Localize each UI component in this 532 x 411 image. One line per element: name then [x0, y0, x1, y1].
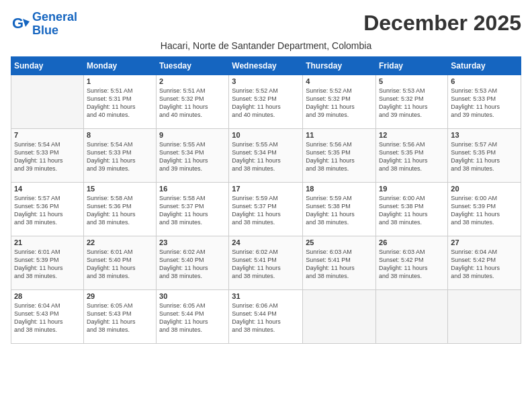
day-number: 15 — [87, 185, 153, 193]
logo-icon: G — [11, 15, 30, 34]
day-number: 9 — [159, 131, 226, 139]
calendar-week-5: 28Sunrise: 6:04 AM Sunset: 5:43 PM Dayli… — [11, 289, 521, 343]
day-number: 20 — [451, 185, 518, 193]
day-info: Sunrise: 5:56 AM Sunset: 5:35 PM Dayligh… — [306, 140, 373, 173]
day-info: Sunrise: 5:59 AM Sunset: 5:37 PM Dayligh… — [232, 194, 300, 227]
calendar-cell: 2Sunrise: 5:51 AM Sunset: 5:32 PM Daylig… — [157, 75, 229, 128]
calendar-week-4: 21Sunrise: 6:01 AM Sunset: 5:39 PM Dayli… — [11, 236, 521, 289]
calendar-cell: 5Sunrise: 5:53 AM Sunset: 5:32 PM Daylig… — [376, 75, 448, 128]
day-number: 2 — [159, 77, 226, 85]
calendar-cell — [448, 289, 521, 343]
calendar-week-3: 14Sunrise: 5:57 AM Sunset: 5:36 PM Dayli… — [11, 182, 521, 236]
day-number: 8 — [87, 131, 153, 139]
day-number: 22 — [87, 238, 153, 246]
day-info: Sunrise: 6:00 AM Sunset: 5:39 PM Dayligh… — [451, 194, 518, 227]
calendar-table: SundayMondayTuesdayWednesdayThursdayFrid… — [11, 56, 521, 344]
day-number: 12 — [379, 131, 445, 139]
day-info: Sunrise: 5:52 AM Sunset: 5:32 PM Dayligh… — [232, 87, 300, 120]
calendar-cell: 23Sunrise: 6:02 AM Sunset: 5:40 PM Dayli… — [157, 236, 229, 289]
calendar-cell: 18Sunrise: 5:59 AM Sunset: 5:38 PM Dayli… — [303, 182, 376, 236]
day-number: 30 — [159, 292, 226, 300]
svg-marker-1 — [23, 19, 30, 27]
day-info: Sunrise: 5:53 AM Sunset: 5:32 PM Dayligh… — [379, 87, 445, 120]
day-info: Sunrise: 5:57 AM Sunset: 5:35 PM Dayligh… — [451, 140, 518, 173]
day-number: 3 — [232, 77, 300, 85]
day-info: Sunrise: 5:53 AM Sunset: 5:33 PM Dayligh… — [451, 87, 518, 120]
day-number: 25 — [306, 238, 373, 246]
calendar-cell: 8Sunrise: 5:54 AM Sunset: 5:33 PM Daylig… — [83, 128, 156, 182]
day-number: 7 — [14, 131, 81, 139]
calendar-cell: 24Sunrise: 6:02 AM Sunset: 5:41 PM Dayli… — [229, 236, 303, 289]
logo-general: General — [32, 10, 77, 24]
calendar-cell — [11, 75, 84, 128]
day-number: 28 — [14, 292, 81, 300]
day-info: Sunrise: 6:03 AM Sunset: 5:41 PM Dayligh… — [306, 248, 373, 281]
day-info: Sunrise: 6:03 AM Sunset: 5:42 PM Dayligh… — [379, 248, 445, 281]
calendar-cell: 13Sunrise: 5:57 AM Sunset: 5:35 PM Dayli… — [448, 128, 521, 182]
calendar-cell — [303, 289, 376, 343]
calendar-cell: 19Sunrise: 6:00 AM Sunset: 5:38 PM Dayli… — [376, 182, 448, 236]
day-info: Sunrise: 5:56 AM Sunset: 5:35 PM Dayligh… — [379, 140, 445, 173]
day-number: 27 — [451, 238, 518, 246]
calendar-week-2: 7Sunrise: 5:54 AM Sunset: 5:33 PM Daylig… — [11, 128, 521, 182]
day-number: 23 — [159, 238, 226, 246]
calendar-cell: 9Sunrise: 5:55 AM Sunset: 5:34 PM Daylig… — [157, 128, 229, 182]
page-header: G General Blue December 2025 — [11, 11, 521, 38]
calendar-cell: 31Sunrise: 6:06 AM Sunset: 5:44 PM Dayli… — [229, 289, 303, 343]
month-title: December 2025 — [363, 11, 521, 36]
calendar-cell: 16Sunrise: 5:58 AM Sunset: 5:37 PM Dayli… — [157, 182, 229, 236]
day-number: 16 — [159, 185, 226, 193]
calendar-cell: 7Sunrise: 5:54 AM Sunset: 5:33 PM Daylig… — [11, 128, 84, 182]
logo-blue: Blue — [32, 24, 58, 37]
day-info: Sunrise: 5:57 AM Sunset: 5:36 PM Dayligh… — [14, 194, 81, 227]
day-info: Sunrise: 6:04 AM Sunset: 5:42 PM Dayligh… — [451, 248, 518, 281]
day-info: Sunrise: 6:02 AM Sunset: 5:41 PM Dayligh… — [232, 248, 300, 281]
calendar-cell: 14Sunrise: 5:57 AM Sunset: 5:36 PM Dayli… — [11, 182, 84, 236]
calendar-cell: 1Sunrise: 5:51 AM Sunset: 5:31 PM Daylig… — [83, 75, 156, 128]
calendar-cell: 4Sunrise: 5:52 AM Sunset: 5:32 PM Daylig… — [303, 75, 376, 128]
day-info: Sunrise: 5:58 AM Sunset: 5:36 PM Dayligh… — [87, 194, 153, 227]
day-number: 10 — [232, 131, 300, 139]
day-info: Sunrise: 5:59 AM Sunset: 5:38 PM Dayligh… — [306, 194, 373, 227]
svg-text:G: G — [12, 15, 24, 32]
day-number: 11 — [306, 131, 373, 139]
day-number: 4 — [306, 77, 373, 85]
day-info: Sunrise: 6:04 AM Sunset: 5:43 PM Dayligh… — [14, 302, 81, 334]
weekday-row: SundayMondayTuesdayWednesdayThursdayFrid… — [11, 56, 521, 75]
day-number: 18 — [306, 185, 373, 193]
calendar-cell: 25Sunrise: 6:03 AM Sunset: 5:41 PM Dayli… — [303, 236, 376, 289]
calendar-cell: 26Sunrise: 6:03 AM Sunset: 5:42 PM Dayli… — [376, 236, 448, 289]
calendar-cell: 30Sunrise: 6:05 AM Sunset: 5:44 PM Dayli… — [157, 289, 229, 343]
calendar-week-1: 1Sunrise: 5:51 AM Sunset: 5:31 PM Daylig… — [11, 75, 521, 128]
day-info: Sunrise: 6:02 AM Sunset: 5:40 PM Dayligh… — [159, 248, 226, 281]
day-info: Sunrise: 5:55 AM Sunset: 5:34 PM Dayligh… — [159, 140, 226, 173]
logo: G General Blue — [11, 11, 77, 38]
calendar-cell: 21Sunrise: 6:01 AM Sunset: 5:39 PM Dayli… — [11, 236, 84, 289]
day-info: Sunrise: 5:54 AM Sunset: 5:33 PM Dayligh… — [87, 140, 153, 173]
day-number: 26 — [379, 238, 445, 246]
day-info: Sunrise: 5:54 AM Sunset: 5:33 PM Dayligh… — [14, 140, 81, 173]
day-info: Sunrise: 6:05 AM Sunset: 5:43 PM Dayligh… — [87, 302, 153, 334]
day-info: Sunrise: 6:06 AM Sunset: 5:44 PM Dayligh… — [232, 302, 300, 334]
day-info: Sunrise: 5:58 AM Sunset: 5:37 PM Dayligh… — [159, 194, 226, 227]
day-info: Sunrise: 5:51 AM Sunset: 5:32 PM Dayligh… — [159, 87, 226, 120]
day-number: 14 — [14, 185, 81, 193]
calendar-cell: 20Sunrise: 6:00 AM Sunset: 5:39 PM Dayli… — [448, 182, 521, 236]
location-title: Hacari, Norte de Santander Department, C… — [11, 40, 521, 51]
calendar-cell: 3Sunrise: 5:52 AM Sunset: 5:32 PM Daylig… — [229, 75, 303, 128]
calendar-cell: 27Sunrise: 6:04 AM Sunset: 5:42 PM Dayli… — [448, 236, 521, 289]
weekday-header-monday: Monday — [83, 56, 156, 75]
calendar-header: SundayMondayTuesdayWednesdayThursdayFrid… — [11, 56, 521, 75]
day-info: Sunrise: 5:55 AM Sunset: 5:34 PM Dayligh… — [232, 140, 300, 173]
day-number: 31 — [232, 292, 300, 300]
weekday-header-saturday: Saturday — [448, 56, 521, 75]
calendar-cell: 6Sunrise: 5:53 AM Sunset: 5:33 PM Daylig… — [448, 75, 521, 128]
day-number: 21 — [14, 238, 81, 246]
calendar-cell: 12Sunrise: 5:56 AM Sunset: 5:35 PM Dayli… — [376, 128, 448, 182]
calendar-cell: 29Sunrise: 6:05 AM Sunset: 5:43 PM Dayli… — [83, 289, 156, 343]
day-number: 29 — [87, 292, 153, 300]
day-number: 13 — [451, 131, 518, 139]
weekday-header-friday: Friday — [376, 56, 448, 75]
calendar-cell: 15Sunrise: 5:58 AM Sunset: 5:36 PM Dayli… — [83, 182, 156, 236]
day-number: 17 — [232, 185, 300, 193]
